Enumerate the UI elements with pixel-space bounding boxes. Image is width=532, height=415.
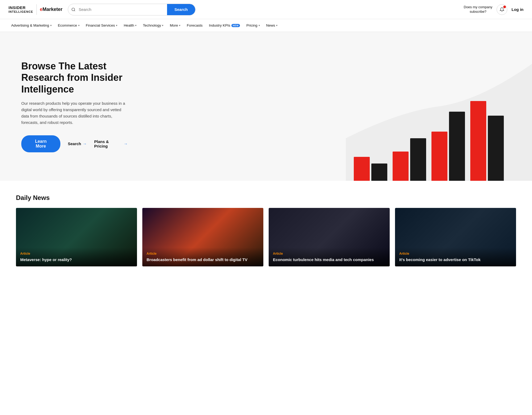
logo-insider-text: INSIDER: [9, 6, 33, 10]
chevron-down-icon: ▾: [50, 24, 52, 27]
news-card-overlay-4: Article It's becoming easier to advertis…: [395, 248, 516, 267]
nav-item-more[interactable]: More ▾: [167, 19, 183, 32]
news-card-3[interactable]: Article Economic turbulence hits media a…: [269, 208, 390, 266]
daily-news-section: Daily News Article Metaverse: hype or re…: [0, 181, 532, 280]
bar-group-4: [470, 101, 504, 181]
hero-description: Our research products help you operate y…: [21, 100, 128, 126]
header-right: Does my companysubscribe? Log in: [464, 4, 523, 15]
hero-section: Browse The Latest Research from Insider …: [0, 32, 532, 181]
bar-red-4: [470, 101, 486, 181]
notification-bell-button[interactable]: [497, 4, 507, 15]
news-card-tag-1: Article: [20, 252, 133, 255]
bar-black-1: [371, 164, 387, 181]
logo-intelligence-text: INTELLIGENCE: [9, 10, 33, 13]
search-bar: Search: [68, 4, 196, 15]
arrow-right-icon: →: [83, 141, 87, 146]
news-card-tag-4: Article: [399, 252, 512, 255]
nav-item-pricing[interactable]: Pricing ▾: [244, 19, 262, 32]
emarketer-e: e: [40, 7, 43, 12]
chevron-down-icon: ▾: [259, 24, 260, 27]
daily-news-title: Daily News: [16, 194, 516, 202]
search-link[interactable]: Search →: [68, 141, 87, 146]
news-card-tag-3: Article: [273, 252, 385, 255]
nav-item-ecommerce[interactable]: Ecommerce ▾: [55, 19, 82, 32]
nav-item-advertising[interactable]: Advertising & Marketing ▾: [9, 19, 54, 32]
arrow-right-icon: →: [124, 141, 128, 146]
bar-red-1: [354, 157, 370, 181]
insider-intelligence-logo: INSIDER INTELLIGENCE: [9, 6, 33, 13]
chevron-down-icon: ▾: [78, 24, 80, 27]
chevron-down-icon: ▾: [135, 24, 136, 27]
search-icon: [68, 7, 79, 12]
svg-point-0: [72, 8, 75, 11]
plans-pricing-link[interactable]: Plans & Pricing →: [94, 139, 128, 148]
bar-group-2: [393, 138, 426, 181]
main-nav: Advertising & Marketing ▾ Ecommerce ▾ Fi…: [0, 19, 532, 32]
nav-item-technology[interactable]: Technology ▾: [140, 19, 166, 32]
hero-title: Browse The Latest Research from Insider …: [21, 60, 128, 95]
news-card-title-1: Metaverse: hype or reality?: [20, 257, 133, 262]
bar-red-3: [431, 132, 447, 181]
chevron-down-icon: ▾: [116, 24, 117, 27]
bar-red-2: [393, 152, 409, 181]
news-card-title-3: Economic turbulence hits media and tech …: [273, 257, 385, 262]
logo-divider: [36, 4, 37, 15]
news-card-overlay-1: Article Metaverse: hype or reality?: [16, 248, 137, 267]
nav-item-health[interactable]: Health ▾: [121, 19, 139, 32]
logo-area[interactable]: INSIDER INTELLIGENCE eMarketer: [9, 4, 63, 15]
news-card-overlay-2: Article Broadcasters benefit from ad dol…: [142, 248, 263, 267]
login-button[interactable]: Log in: [512, 7, 523, 12]
hero-chart: [346, 32, 532, 181]
chevron-down-icon: ▾: [276, 24, 277, 27]
emarketer-logo: eMarketer: [40, 7, 63, 12]
hero-content: Browse The Latest Research from Insider …: [0, 44, 149, 168]
news-card-1[interactable]: Article Metaverse: hype or reality?: [16, 208, 137, 266]
chevron-down-icon: ▾: [162, 24, 163, 27]
chevron-down-icon: ▾: [179, 24, 180, 27]
bar-group-3: [431, 112, 465, 181]
news-card-tag-2: Article: [147, 252, 259, 255]
svg-line-1: [74, 10, 75, 11]
hero-actions: Learn More Search → Plans & Pricing →: [21, 135, 128, 152]
notification-badge: [503, 6, 506, 8]
search-button[interactable]: Search: [167, 4, 195, 15]
bar-black-3: [449, 112, 465, 181]
news-card-overlay-3: Article Economic turbulence hits media a…: [269, 248, 390, 267]
chart-bars: [346, 101, 532, 181]
bar-group-1: [354, 157, 387, 181]
news-card-4[interactable]: Article It's becoming easier to advertis…: [395, 208, 516, 266]
nav-item-financial[interactable]: Financial Services ▾: [83, 19, 120, 32]
news-grid: Article Metaverse: hype or reality? Arti…: [16, 208, 516, 266]
news-card-title-4: It's becoming easier to advertise on Tik…: [399, 257, 512, 262]
bar-black-2: [410, 138, 426, 181]
header: INSIDER INTELLIGENCE eMarketer Search Do…: [0, 0, 532, 19]
nav-item-news[interactable]: News ▾: [264, 19, 280, 32]
bar-black-4: [488, 116, 504, 181]
subscribe-text[interactable]: Does my companysubscribe?: [464, 5, 492, 14]
emarketer-rest: Marketer: [43, 7, 63, 12]
news-card-2[interactable]: Article Broadcasters benefit from ad dol…: [142, 208, 263, 266]
search-input[interactable]: [79, 7, 167, 12]
new-badge: NEW: [231, 24, 240, 27]
nav-item-industry-kpis[interactable]: Industry KPIs NEW: [206, 19, 243, 32]
learn-more-button[interactable]: Learn More: [21, 135, 60, 152]
nav-item-forecasts[interactable]: Forecasts: [184, 19, 205, 32]
news-card-title-2: Broadcasters benefit from ad dollar shif…: [147, 257, 259, 262]
